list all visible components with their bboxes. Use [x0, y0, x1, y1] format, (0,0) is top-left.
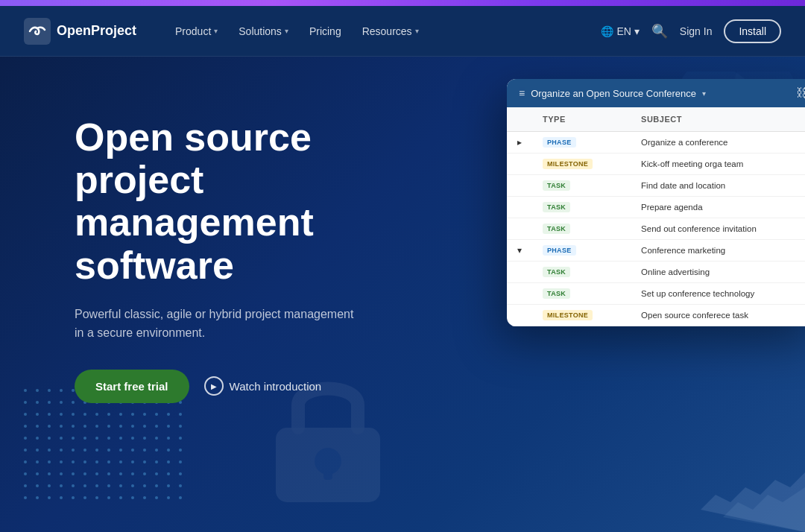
- table-row: ▾PHASEConference marketing: [507, 240, 805, 262]
- row-subject-cell: Online advertising: [631, 262, 805, 283]
- col-header-type-label: TYPE: [532, 107, 631, 132]
- row-subject-cell: Open source conferece task: [631, 305, 805, 326]
- table-row: TASKSend out conference invitation: [507, 218, 805, 240]
- language-selector[interactable]: 🌐 EN ▾: [601, 25, 639, 37]
- nav-item-solutions[interactable]: Solutions ▾: [230, 19, 297, 43]
- row-expand-icon: [507, 262, 532, 283]
- table-row: TASKPrepare agenda: [507, 197, 805, 218]
- lang-chevron-icon: ▾: [634, 25, 640, 37]
- table-body: ▸PHASEOrganize a conferenceMILESTONEKick…: [507, 132, 805, 326]
- row-type-cell: TASK: [532, 218, 631, 240]
- nav-links: Product ▾ Solutions ▾ Pricing Resources …: [166, 19, 601, 43]
- row-expand-icon: [507, 283, 532, 305]
- row-subject-cell: Kick-off meeting orga team: [631, 153, 805, 175]
- solutions-chevron-icon: ▾: [285, 27, 288, 35]
- wave-bottom-decoration: [581, 472, 805, 532]
- type-badge: MILESTONE: [543, 310, 593, 320]
- row-type-cell: TASK: [532, 197, 631, 218]
- hero-title: Open source project management software: [75, 116, 432, 287]
- navbar: OpenProject Product ▾ Solutions ▾ Pricin…: [0, 6, 805, 57]
- row-type-cell: TASK: [532, 175, 631, 197]
- project-title: Organize an Open Source Conference: [531, 88, 696, 99]
- logo-text: OpenProject: [57, 23, 136, 39]
- type-badge: MILESTONE: [543, 159, 593, 169]
- row-subject-cell: Find date and location: [631, 175, 805, 197]
- play-icon: ▶: [204, 376, 224, 396]
- link-icon: ⛓: [796, 86, 805, 100]
- svg-rect-8: [22, 387, 186, 507]
- row-expand-icon: [507, 197, 532, 218]
- nav-item-pricing[interactable]: Pricing: [300, 19, 350, 43]
- table-row: TASKFind date and location: [507, 175, 805, 197]
- type-badge: PHASE: [543, 137, 576, 148]
- top-gradient-bar: [0, 0, 805, 6]
- start-trial-button[interactable]: Start free trial: [75, 370, 189, 403]
- row-type-cell: MILESTONE: [532, 305, 631, 326]
- col-header-type: [507, 107, 532, 132]
- row-expand-icon: [507, 305, 532, 326]
- svg-rect-0: [24, 18, 51, 45]
- product-chevron-icon: ▾: [214, 27, 218, 35]
- row-expand-icon: ▸: [507, 132, 532, 153]
- app-card-header: ≡ Organize an Open Source Conference ▾ ⛓: [507, 79, 805, 107]
- hamburger-icon: ≡: [519, 87, 525, 99]
- search-icon[interactable]: 🔍: [651, 23, 668, 39]
- project-dropdown-icon: ▾: [702, 89, 706, 98]
- logo-icon: [24, 18, 51, 45]
- hero-subtitle: Powerful classic, agile or hybrid projec…: [75, 305, 358, 343]
- nav-item-resources[interactable]: Resources ▾: [353, 19, 428, 43]
- row-type-cell: PHASE: [532, 240, 631, 262]
- row-subject-cell: Send out conference invitation: [631, 218, 805, 240]
- signin-link[interactable]: Sign In: [680, 25, 713, 37]
- row-subject-cell: Conference marketing: [631, 240, 805, 262]
- row-type-cell: MILESTONE: [532, 153, 631, 175]
- hero-content: Open source project management software …: [75, 116, 432, 403]
- row-subject-cell: Set up conference technology: [631, 283, 805, 305]
- row-type-cell: PHASE: [532, 132, 631, 153]
- type-badge: TASK: [543, 224, 570, 234]
- work-packages-table: TYPE SUBJECT ▸PHASEOrganize a conference…: [507, 107, 805, 326]
- dots-decoration: [22, 387, 186, 510]
- type-badge: TASK: [543, 202, 570, 212]
- table-row: TASKOnline advertising: [507, 262, 805, 283]
- nav-right: 🌐 EN ▾ 🔍 Sign In Install: [601, 19, 781, 43]
- row-type-cell: TASK: [532, 283, 631, 305]
- table-row: ▸PHASEOrganize a conference: [507, 132, 805, 153]
- table-row: MILESTONEOpen source conferece task: [507, 305, 805, 326]
- type-badge: TASK: [543, 288, 570, 299]
- watch-intro-button[interactable]: ▶ Watch introduction: [204, 376, 322, 396]
- resources-chevron-icon: ▾: [415, 27, 419, 35]
- globe-icon: 🌐: [601, 25, 613, 37]
- hero-cta: Start free trial ▶ Watch introduction: [75, 370, 432, 403]
- type-badge: PHASE: [543, 245, 576, 256]
- col-header-subject-label: SUBJECT: [631, 107, 805, 132]
- nav-item-product[interactable]: Product ▾: [166, 19, 227, 43]
- table-header: TYPE SUBJECT: [507, 107, 805, 132]
- hero-section: Open source project management software …: [0, 57, 805, 532]
- row-subject-cell: Prepare agenda: [631, 197, 805, 218]
- svg-rect-6: [323, 461, 332, 480]
- row-subject-cell: Organize a conference: [631, 132, 805, 153]
- row-expand-icon: ▾: [507, 240, 532, 262]
- type-badge: TASK: [543, 267, 570, 277]
- logo-area[interactable]: OpenProject: [24, 18, 136, 45]
- app-screenshot-card: ≡ Organize an Open Source Conference ▾ ⛓…: [507, 79, 805, 326]
- row-expand-icon: [507, 218, 532, 240]
- row-type-cell: TASK: [532, 262, 631, 283]
- row-expand-icon: [507, 153, 532, 175]
- type-badge: TASK: [543, 180, 570, 191]
- table-row: MILESTONEKick-off meeting orga team: [507, 153, 805, 175]
- install-button[interactable]: Install: [724, 19, 781, 43]
- table-row: TASKSet up conference technology: [507, 283, 805, 305]
- row-expand-icon: [507, 175, 532, 197]
- app-header-left: ≡ Organize an Open Source Conference ▾: [519, 87, 706, 99]
